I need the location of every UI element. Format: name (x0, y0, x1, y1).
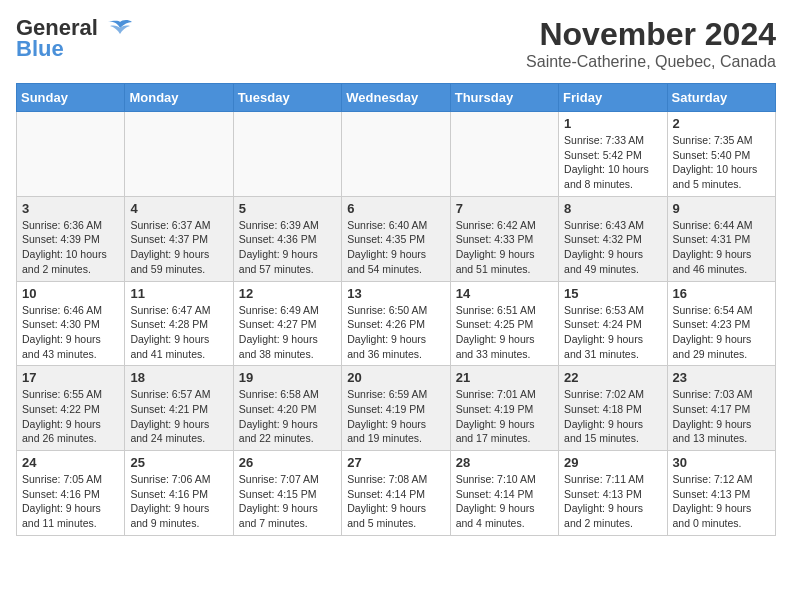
day-info: Sunrise: 6:47 AM Sunset: 4:28 PM Dayligh… (130, 303, 227, 362)
day-number: 1 (564, 116, 661, 131)
day-number: 27 (347, 455, 444, 470)
week-row-4: 17Sunrise: 6:55 AM Sunset: 4:22 PM Dayli… (17, 366, 776, 451)
calendar-cell: 7Sunrise: 6:42 AM Sunset: 4:33 PM Daylig… (450, 196, 558, 281)
day-number: 7 (456, 201, 553, 216)
day-number: 25 (130, 455, 227, 470)
week-row-5: 24Sunrise: 7:05 AM Sunset: 4:16 PM Dayli… (17, 451, 776, 536)
day-number: 13 (347, 286, 444, 301)
month-title: November 2024 (526, 16, 776, 53)
day-info: Sunrise: 6:39 AM Sunset: 4:36 PM Dayligh… (239, 218, 336, 277)
week-row-3: 10Sunrise: 6:46 AM Sunset: 4:30 PM Dayli… (17, 281, 776, 366)
day-number: 10 (22, 286, 119, 301)
header: General Blue November 2024 Sainte-Cather… (16, 16, 776, 71)
col-header-wednesday: Wednesday (342, 84, 450, 112)
day-number: 4 (130, 201, 227, 216)
day-info: Sunrise: 7:11 AM Sunset: 4:13 PM Dayligh… (564, 472, 661, 531)
logo-bird-icon (106, 18, 134, 40)
calendar-header-row: SundayMondayTuesdayWednesdayThursdayFrid… (17, 84, 776, 112)
day-number: 14 (456, 286, 553, 301)
calendar-cell: 13Sunrise: 6:50 AM Sunset: 4:26 PM Dayli… (342, 281, 450, 366)
day-info: Sunrise: 6:49 AM Sunset: 4:27 PM Dayligh… (239, 303, 336, 362)
calendar-cell: 30Sunrise: 7:12 AM Sunset: 4:13 PM Dayli… (667, 451, 775, 536)
col-header-saturday: Saturday (667, 84, 775, 112)
calendar-cell: 22Sunrise: 7:02 AM Sunset: 4:18 PM Dayli… (559, 366, 667, 451)
calendar-cell: 3Sunrise: 6:36 AM Sunset: 4:39 PM Daylig… (17, 196, 125, 281)
day-number: 9 (673, 201, 770, 216)
day-number: 6 (347, 201, 444, 216)
day-info: Sunrise: 6:43 AM Sunset: 4:32 PM Dayligh… (564, 218, 661, 277)
day-info: Sunrise: 7:03 AM Sunset: 4:17 PM Dayligh… (673, 387, 770, 446)
calendar-cell: 9Sunrise: 6:44 AM Sunset: 4:31 PM Daylig… (667, 196, 775, 281)
calendar-cell: 15Sunrise: 6:53 AM Sunset: 4:24 PM Dayli… (559, 281, 667, 366)
calendar-cell (233, 112, 341, 197)
calendar-cell: 23Sunrise: 7:03 AM Sunset: 4:17 PM Dayli… (667, 366, 775, 451)
calendar-cell (125, 112, 233, 197)
day-number: 16 (673, 286, 770, 301)
calendar-cell (342, 112, 450, 197)
col-header-sunday: Sunday (17, 84, 125, 112)
col-header-tuesday: Tuesday (233, 84, 341, 112)
calendar-cell: 28Sunrise: 7:10 AM Sunset: 4:14 PM Dayli… (450, 451, 558, 536)
calendar-cell: 20Sunrise: 6:59 AM Sunset: 4:19 PM Dayli… (342, 366, 450, 451)
day-number: 12 (239, 286, 336, 301)
day-info: Sunrise: 6:55 AM Sunset: 4:22 PM Dayligh… (22, 387, 119, 446)
day-number: 11 (130, 286, 227, 301)
day-number: 8 (564, 201, 661, 216)
calendar-cell: 19Sunrise: 6:58 AM Sunset: 4:20 PM Dayli… (233, 366, 341, 451)
calendar-cell: 24Sunrise: 7:05 AM Sunset: 4:16 PM Dayli… (17, 451, 125, 536)
day-info: Sunrise: 7:08 AM Sunset: 4:14 PM Dayligh… (347, 472, 444, 531)
day-info: Sunrise: 6:50 AM Sunset: 4:26 PM Dayligh… (347, 303, 444, 362)
calendar-cell: 4Sunrise: 6:37 AM Sunset: 4:37 PM Daylig… (125, 196, 233, 281)
day-number: 15 (564, 286, 661, 301)
day-info: Sunrise: 6:57 AM Sunset: 4:21 PM Dayligh… (130, 387, 227, 446)
col-header-thursday: Thursday (450, 84, 558, 112)
calendar-cell: 10Sunrise: 6:46 AM Sunset: 4:30 PM Dayli… (17, 281, 125, 366)
day-info: Sunrise: 7:33 AM Sunset: 5:42 PM Dayligh… (564, 133, 661, 192)
location-title: Sainte-Catherine, Quebec, Canada (526, 53, 776, 71)
day-number: 18 (130, 370, 227, 385)
day-info: Sunrise: 6:42 AM Sunset: 4:33 PM Dayligh… (456, 218, 553, 277)
calendar-cell: 12Sunrise: 6:49 AM Sunset: 4:27 PM Dayli… (233, 281, 341, 366)
day-info: Sunrise: 6:51 AM Sunset: 4:25 PM Dayligh… (456, 303, 553, 362)
week-row-1: 1Sunrise: 7:33 AM Sunset: 5:42 PM Daylig… (17, 112, 776, 197)
calendar-cell: 6Sunrise: 6:40 AM Sunset: 4:35 PM Daylig… (342, 196, 450, 281)
calendar-cell (450, 112, 558, 197)
day-number: 17 (22, 370, 119, 385)
calendar-cell: 1Sunrise: 7:33 AM Sunset: 5:42 PM Daylig… (559, 112, 667, 197)
calendar-cell: 25Sunrise: 7:06 AM Sunset: 4:16 PM Dayli… (125, 451, 233, 536)
calendar-cell: 26Sunrise: 7:07 AM Sunset: 4:15 PM Dayli… (233, 451, 341, 536)
day-info: Sunrise: 6:59 AM Sunset: 4:19 PM Dayligh… (347, 387, 444, 446)
day-number: 3 (22, 201, 119, 216)
calendar-cell: 29Sunrise: 7:11 AM Sunset: 4:13 PM Dayli… (559, 451, 667, 536)
day-number: 23 (673, 370, 770, 385)
day-info: Sunrise: 6:58 AM Sunset: 4:20 PM Dayligh… (239, 387, 336, 446)
day-info: Sunrise: 6:40 AM Sunset: 4:35 PM Dayligh… (347, 218, 444, 277)
day-number: 20 (347, 370, 444, 385)
day-number: 24 (22, 455, 119, 470)
day-info: Sunrise: 7:07 AM Sunset: 4:15 PM Dayligh… (239, 472, 336, 531)
calendar-cell: 17Sunrise: 6:55 AM Sunset: 4:22 PM Dayli… (17, 366, 125, 451)
calendar-cell (17, 112, 125, 197)
day-info: Sunrise: 7:10 AM Sunset: 4:14 PM Dayligh… (456, 472, 553, 531)
calendar-cell: 16Sunrise: 6:54 AM Sunset: 4:23 PM Dayli… (667, 281, 775, 366)
day-info: Sunrise: 6:36 AM Sunset: 4:39 PM Dayligh… (22, 218, 119, 277)
day-info: Sunrise: 7:06 AM Sunset: 4:16 PM Dayligh… (130, 472, 227, 531)
calendar-cell: 5Sunrise: 6:39 AM Sunset: 4:36 PM Daylig… (233, 196, 341, 281)
day-number: 19 (239, 370, 336, 385)
day-info: Sunrise: 7:02 AM Sunset: 4:18 PM Dayligh… (564, 387, 661, 446)
day-number: 22 (564, 370, 661, 385)
calendar-cell: 2Sunrise: 7:35 AM Sunset: 5:40 PM Daylig… (667, 112, 775, 197)
title-area: November 2024 Sainte-Catherine, Quebec, … (526, 16, 776, 71)
calendar-cell: 21Sunrise: 7:01 AM Sunset: 4:19 PM Dayli… (450, 366, 558, 451)
logo-blue: Blue (16, 36, 64, 62)
calendar-cell: 18Sunrise: 6:57 AM Sunset: 4:21 PM Dayli… (125, 366, 233, 451)
day-number: 26 (239, 455, 336, 470)
day-info: Sunrise: 6:37 AM Sunset: 4:37 PM Dayligh… (130, 218, 227, 277)
day-number: 29 (564, 455, 661, 470)
calendar-cell: 14Sunrise: 6:51 AM Sunset: 4:25 PM Dayli… (450, 281, 558, 366)
calendar-table: SundayMondayTuesdayWednesdayThursdayFrid… (16, 83, 776, 536)
day-number: 30 (673, 455, 770, 470)
calendar-cell: 27Sunrise: 7:08 AM Sunset: 4:14 PM Dayli… (342, 451, 450, 536)
day-number: 2 (673, 116, 770, 131)
col-header-monday: Monday (125, 84, 233, 112)
